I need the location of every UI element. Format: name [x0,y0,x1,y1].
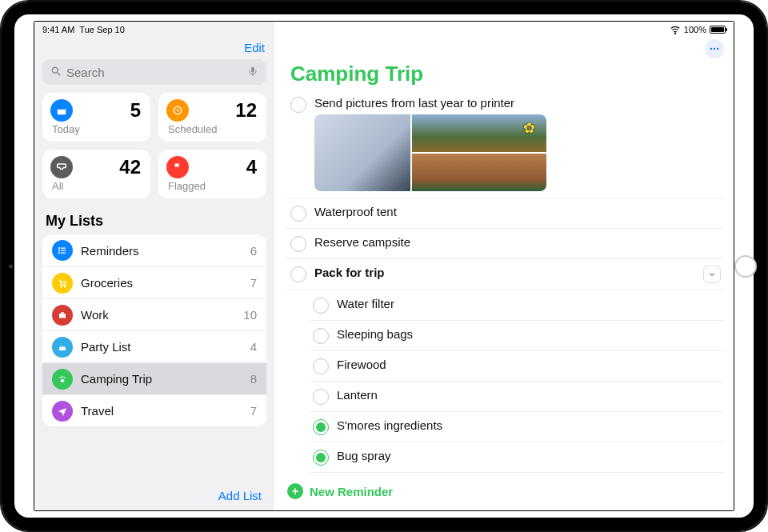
sidebar: 9:41 AM Tue Sep 10 Edit [34,22,274,510]
svg-point-18 [60,377,62,378]
complete-checkbox[interactable] [290,97,306,113]
list-count: 8 [250,372,257,386]
list-name: Reminders [81,244,250,258]
tile-scheduled[interactable]: 12 Scheduled [158,93,266,142]
sidebar-list-travel[interactable]: Travel7 [42,394,266,426]
calendar-icon [50,99,73,122]
add-list-button[interactable]: Add List [218,489,262,502]
search-input[interactable] [66,66,247,79]
sidebar-list-party-list[interactable]: Party List4 [42,330,266,362]
svg-rect-16 [62,312,64,314]
sidebar-list-work[interactable]: Work10 [42,298,266,330]
tile-flagged[interactable]: 4 Flagged [158,150,266,198]
svg-rect-15 [59,314,66,318]
list-title: Camping Trip [290,62,718,86]
list-count: 6 [250,244,257,258]
svg-point-11 [59,250,60,251]
svg-point-14 [64,286,66,287]
more-button[interactable] [705,39,724,58]
attachment-thumbnails[interactable] [314,114,546,191]
sidebar-list-reminders[interactable]: Reminders6 [42,234,266,266]
svg-rect-2 [251,66,254,72]
complete-checkbox[interactable] [313,358,329,374]
subtask-row[interactable]: Water filter [310,290,724,321]
svg-point-23 [710,48,712,50]
paw-icon [52,369,73,390]
svg-point-21 [61,379,65,382]
list-name: Travel [81,404,250,418]
cake-icon [52,337,73,358]
edit-button[interactable]: Edit [244,41,265,54]
cart-icon [52,273,73,294]
detail-pane: 100% Camping Trip Send pictures from las… [274,22,734,510]
tile-today[interactable]: 5 Today [42,93,150,142]
search-field[interactable] [42,59,266,85]
list-count: 10 [243,308,257,322]
reminder-text: Lantern [337,388,721,402]
reminder-text: Waterproof tent [314,205,721,218]
complete-checkbox[interactable] [290,236,306,252]
my-lists-header: My Lists [34,208,274,234]
subtask-row[interactable]: Lantern [310,382,724,412]
reminder-text: Firewood [337,358,721,371]
list-name: Party List [81,340,250,354]
complete-checkbox[interactable] [313,419,329,435]
svg-line-1 [58,72,61,75]
svg-point-20 [64,377,66,378]
battery-percent: 100% [684,25,706,34]
plus-icon: + [287,483,303,499]
wifi-icon [670,24,681,35]
svg-rect-5 [58,107,66,110]
tile-scheduled-count: 12 [235,99,257,122]
list-count: 4 [250,340,257,354]
reminder-row[interactable]: Pack for trip [284,259,724,290]
home-button[interactable] [734,255,757,278]
reminder-text: Reserve campsite [314,235,721,249]
reminder-row[interactable]: Send pictures from last year to printer [284,90,724,198]
complete-checkbox[interactable] [313,328,329,344]
sidebar-list-camping-trip[interactable]: Camping Trip8 [42,362,266,394]
reminder-text: Sleeping bags [337,327,721,341]
tile-all-count: 42 [119,156,141,178]
expand-subtasks-button[interactable] [703,266,721,283]
complete-checkbox[interactable] [313,298,329,314]
reminder-row[interactable]: Waterproof tent [284,198,724,229]
list-count: 7 [250,404,257,418]
subtask-row[interactable]: Bug spray [310,442,724,473]
plane-icon [52,401,73,422]
reminder-text: Water filter [337,297,721,310]
status-date: Tue Sep 10 [79,25,124,34]
svg-point-0 [52,67,58,73]
tile-scheduled-label: Scheduled [168,123,257,135]
svg-point-25 [717,48,718,50]
status-time: 9:41 AM [42,25,74,34]
reminder-row[interactable]: Reserve campsite [284,229,724,259]
reminder-text: S'mores ingredients [337,418,721,432]
subtask-row[interactable]: S'mores ingredients [310,412,724,442]
battery-icon [710,26,726,34]
flag-icon [166,156,189,178]
briefcase-icon [52,305,73,326]
new-reminder-button[interactable]: + New Reminder [274,474,734,510]
inbox-icon [50,156,73,178]
reminder-text: Send pictures from last year to printer [314,96,721,110]
list-name: Work [81,308,243,322]
tile-today-label: Today [52,123,141,135]
sidebar-list-groceries[interactable]: Groceries7 [42,266,266,298]
svg-point-10 [59,248,60,249]
dictate-icon[interactable] [247,66,258,79]
svg-rect-17 [59,347,66,350]
subtasks: Water filterSleeping bagsFirewoodLantern… [310,290,724,473]
tile-all-label: All [52,180,141,192]
subtask-row[interactable]: Firewood [310,351,724,382]
complete-checkbox[interactable] [290,206,306,222]
subtask-row[interactable]: Sleeping bags [310,321,724,351]
complete-checkbox[interactable] [313,450,329,466]
status-bar-left: 9:41 AM Tue Sep 10 [34,22,274,38]
tile-all[interactable]: 42 All [42,150,150,198]
svg-point-19 [62,376,63,378]
complete-checkbox[interactable] [290,266,306,282]
svg-point-13 [61,286,62,287]
svg-point-12 [59,253,60,254]
complete-checkbox[interactable] [313,389,329,405]
